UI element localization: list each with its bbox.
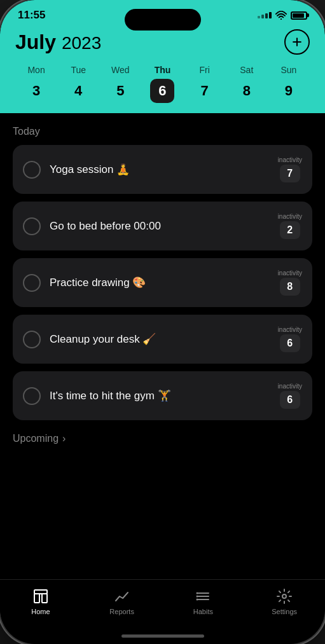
habit-badge: inactivity 2: [278, 213, 302, 239]
home-icon: [32, 587, 50, 605]
habit-card[interactable]: Yoga session 🧘 inactivity 7: [13, 145, 312, 194]
dynamic-island: [125, 9, 201, 31]
settings-icon: [275, 587, 293, 605]
month-label: July: [15, 31, 56, 53]
badge-label: inactivity: [278, 326, 302, 333]
month-year: July 2023: [15, 31, 101, 54]
bottom-nav: Home Reports Habits Settings: [0, 579, 325, 634]
day-number: 6: [150, 79, 174, 103]
nav-label-reports: Reports: [109, 608, 134, 615]
upcoming-title: Upcoming: [13, 433, 59, 444]
habit-checkbox[interactable]: [23, 331, 41, 348]
habit-left: Cleanup your desk 🧹: [23, 331, 278, 348]
phone-frame: 11:55 July 20: [0, 0, 325, 644]
day-name: Sat: [240, 65, 253, 75]
habit-name: Practice drawing 🎨: [50, 276, 146, 289]
svg-point-0: [280, 18, 282, 20]
badge-number: 7: [280, 165, 300, 182]
battery-icon: [291, 11, 307, 20]
day-item-sun[interactable]: Sun 9: [268, 65, 310, 103]
habits-icon: [194, 587, 212, 605]
habit-left: It's time to hit the gym 🏋: [23, 387, 278, 405]
badge-label: inactivity: [278, 156, 302, 163]
status-icons: [258, 11, 307, 20]
day-item-thu[interactable]: Thu 6: [141, 65, 183, 103]
badge-label: inactivity: [278, 383, 302, 390]
nav-label-habits: Habits: [193, 608, 213, 615]
habit-left: Go to bed before 00:00: [23, 217, 278, 235]
day-number: 4: [66, 79, 90, 103]
habit-checkbox[interactable]: [23, 217, 41, 235]
day-number: 5: [108, 79, 132, 103]
habit-badge: inactivity 7: [278, 156, 302, 182]
habit-left: Yoga session 🧘: [23, 161, 278, 179]
day-name: Mon: [27, 65, 45, 75]
nav-item-reports[interactable]: Reports: [81, 587, 163, 615]
day-name: Thu: [155, 65, 171, 75]
svg-point-12: [282, 594, 286, 598]
svg-rect-3: [34, 594, 39, 603]
badge-label: inactivity: [278, 270, 302, 277]
day-item-fri[interactable]: Fri 7: [184, 65, 226, 103]
nav-label-settings: Settings: [272, 608, 297, 615]
signal-icon: [258, 12, 272, 18]
day-name: Wed: [111, 65, 130, 75]
habit-card[interactable]: Cleanup your desk 🧹 inactivity 6: [13, 315, 312, 364]
habit-checkbox[interactable]: [23, 274, 41, 292]
day-number: 8: [235, 79, 259, 103]
content: Today Yoga session 🧘 inactivity 7 Go to …: [0, 113, 325, 579]
day-number: 7: [193, 79, 217, 103]
svg-rect-4: [42, 594, 47, 603]
day-name: Fri: [199, 65, 209, 75]
status-time: 11:55: [18, 9, 45, 22]
chevron-right-icon: ›: [62, 433, 66, 444]
badge-number: 6: [280, 334, 300, 352]
habit-card[interactable]: It's time to hit the gym 🏋 inactivity 6: [13, 371, 312, 420]
day-name: Tue: [71, 65, 86, 75]
nav-label-home: Home: [31, 608, 50, 615]
habit-name: Go to bed before 00:00: [50, 220, 161, 233]
header-top: July 2023: [15, 29, 310, 55]
day-name: Sun: [280, 65, 296, 75]
day-number: 9: [277, 79, 301, 103]
upcoming-section[interactable]: Upcoming ›: [13, 433, 312, 444]
habit-name: It's time to hit the gym 🏋: [50, 389, 171, 402]
habit-card[interactable]: Go to bed before 00:00 inactivity 2: [13, 202, 312, 250]
screen: 11:55 July 20: [0, 0, 325, 644]
badge-number: 2: [280, 221, 300, 239]
badge-label: inactivity: [278, 213, 302, 220]
add-button[interactable]: [284, 29, 310, 55]
habit-badge: inactivity 6: [278, 383, 302, 409]
wifi-icon: [275, 11, 287, 20]
habit-name: Cleanup your desk 🧹: [50, 332, 156, 346]
habit-name: Yoga session 🧘: [50, 163, 130, 176]
nav-item-home[interactable]: Home: [0, 587, 81, 615]
habit-left: Practice drawing 🎨: [23, 274, 278, 292]
nav-item-settings[interactable]: Settings: [244, 587, 325, 615]
home-indicator: [121, 634, 204, 638]
day-item-sat[interactable]: Sat 8: [226, 65, 268, 103]
day-item-mon[interactable]: Mon 3: [15, 65, 57, 103]
habit-badge: inactivity 6: [278, 326, 302, 352]
day-item-tue[interactable]: Tue 4: [57, 65, 99, 103]
badge-number: 6: [280, 391, 300, 409]
badge-number: 8: [280, 278, 300, 296]
day-item-wed[interactable]: Wed 5: [99, 65, 141, 103]
week-calendar: Mon 3 Tue 4 Wed 5 Thu 6 Fri 7 Sat 8 Sun …: [15, 65, 310, 103]
header: July 2023 Mon 3 Tue 4 Wed 5 Thu 6 Fri 7: [0, 27, 325, 113]
svg-rect-5: [34, 590, 47, 594]
reports-icon: [113, 587, 131, 605]
habit-card[interactable]: Practice drawing 🎨 inactivity 8: [13, 258, 312, 307]
habits-list: Yoga session 🧘 inactivity 7 Go to bed be…: [13, 145, 312, 420]
nav-item-habits[interactable]: Habits: [163, 587, 244, 615]
habit-badge: inactivity 8: [278, 270, 302, 296]
habit-checkbox[interactable]: [23, 387, 41, 405]
day-number: 3: [24, 79, 48, 103]
habit-checkbox[interactable]: [23, 161, 41, 179]
year-label: 2023: [62, 33, 101, 53]
today-section-title: Today: [13, 126, 312, 137]
